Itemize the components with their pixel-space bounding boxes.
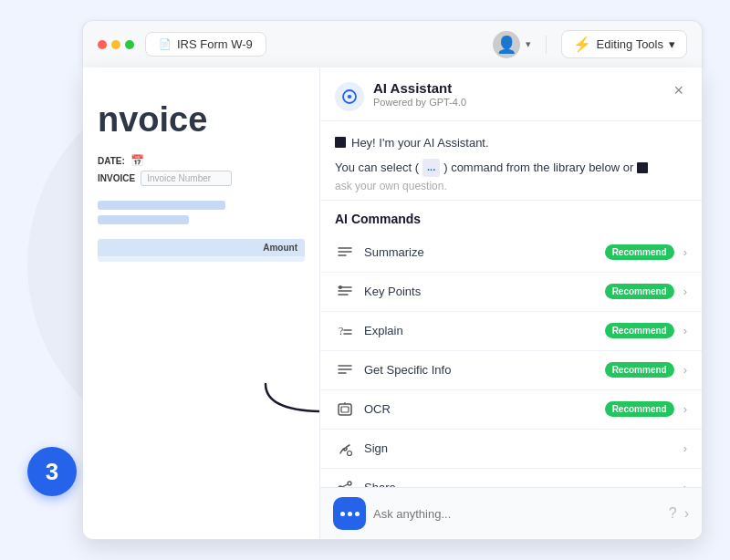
- sign-label: Sign: [364, 441, 674, 455]
- user-area: 👤 ▾: [493, 31, 531, 58]
- message-text-1: Hey! I'm your AI Assistant.: [351, 134, 489, 153]
- dots-button[interactable]: [333, 497, 366, 530]
- arrow-decoration: [256, 375, 320, 430]
- dot-3: [355, 512, 360, 516]
- svg-point-21: [348, 482, 351, 485]
- send-button[interactable]: ›: [684, 505, 689, 522]
- ai-panel: AI Assistant Powered by GPT-4.0 × Hey! I…: [320, 67, 702, 539]
- ai-message-fade: ask your own question.: [335, 180, 687, 192]
- tab-area: 📄 IRS Form W-9: [145, 32, 482, 57]
- message-icon-2: [637, 162, 648, 173]
- main-container: 📄 IRS Form W-9 👤 ▾ ⚡ Editing Tools ▾ nvo…: [82, 20, 703, 540]
- summarize-recommend: Recommend: [605, 244, 674, 260]
- keypoints-recommend: Recommend: [605, 284, 674, 299]
- explain-icon: ?: [335, 321, 355, 341]
- ai-title-block: AI Assistant Powered by GPT-4.0: [373, 80, 466, 108]
- commands-section: AI Commands Summarize Recommend ›: [320, 201, 702, 487]
- message-prefix: You can select (: [335, 159, 419, 178]
- step-number: 3: [46, 458, 58, 486]
- document-panel: nvoice DATE: 📅 INVOICE Invoice Number Am…: [83, 67, 320, 539]
- message-mid: ) command from the library below or: [443, 159, 633, 178]
- svg-point-9: [339, 285, 342, 289]
- explain-label: Explain: [364, 324, 596, 337]
- dot-1: [340, 512, 345, 516]
- invoice-fields: DATE: 📅 INVOICE Invoice Number: [98, 154, 305, 186]
- summarize-label: Summarize: [364, 245, 596, 259]
- editing-tools-label: Editing Tools: [597, 37, 663, 51]
- editing-tools-chevron: ▾: [669, 37, 675, 51]
- svg-point-2: [348, 95, 351, 99]
- ai-message-1: Hey! I'm your AI Assistant.: [335, 134, 687, 153]
- date-label: DATE:: [98, 156, 125, 166]
- getinfo-arrow: ›: [683, 363, 687, 377]
- svg-point-19: [348, 451, 352, 455]
- ocr-arrow: ›: [683, 402, 687, 416]
- ai-message-area: Hey! I'm your AI Assistant. You can sele…: [320, 121, 702, 201]
- invoice-label: INVOICE: [98, 173, 135, 183]
- table-header-row: Amount: [98, 239, 305, 256]
- dot-green: [125, 40, 134, 49]
- share-label: Share: [364, 481, 674, 487]
- svg-rect-17: [341, 407, 349, 412]
- date-field-row: DATE: 📅: [98, 154, 305, 167]
- ai-subtitle: Powered by GPT-4.0: [373, 97, 466, 108]
- invoice-number-input[interactable]: Invoice Number: [141, 171, 232, 186]
- invoice-title: nvoice: [98, 100, 305, 140]
- ask-input[interactable]: [373, 507, 662, 521]
- message-icon-1: [335, 137, 346, 148]
- editing-tools-icon: ⚡: [573, 36, 591, 53]
- command-item-summarize[interactable]: Summarize Recommend ›: [320, 233, 702, 273]
- share-icon: [335, 478, 355, 487]
- ai-message-2: You can select ( ... ) command from the …: [335, 159, 687, 178]
- svg-rect-16: [339, 404, 351, 415]
- ocr-recommend: Recommend: [605, 401, 674, 417]
- help-icon[interactable]: ?: [669, 505, 677, 522]
- amount-col-header: Amount: [263, 243, 297, 253]
- command-item-sign[interactable]: Sign ›: [320, 430, 702, 469]
- explain-recommend: Recommend: [605, 323, 674, 338]
- editing-tools-button[interactable]: ⚡ Editing Tools ▾: [561, 30, 687, 58]
- keypoints-arrow: ›: [683, 285, 687, 298]
- placeholder-bar-2: [98, 215, 189, 224]
- ai-title: AI Assistant: [373, 80, 466, 96]
- command-item-ocr[interactable]: OCR Recommend ›: [320, 390, 702, 430]
- dot-yellow: [111, 40, 120, 49]
- svg-text:?: ?: [339, 325, 343, 337]
- summarize-icon: [335, 243, 355, 263]
- sign-icon: [335, 439, 355, 459]
- keypoints-icon: [335, 282, 355, 302]
- ellipsis-badge: ...: [422, 159, 440, 177]
- explain-arrow: ›: [683, 324, 687, 337]
- tab-label: IRS Form W-9: [177, 37, 253, 51]
- browser-dots: [98, 40, 134, 49]
- placeholder-bar-1: [98, 201, 225, 210]
- getinfo-icon: [335, 360, 355, 380]
- user-chevron[interactable]: ▾: [526, 38, 531, 50]
- document-table: Amount: [98, 239, 305, 262]
- keypoints-label: Key Points: [364, 285, 596, 298]
- command-item-explain[interactable]: ? Explain Recommend ›: [320, 312, 702, 351]
- table-body: [98, 256, 305, 262]
- command-item-getinfo[interactable]: Get Specific Info Recommend ›: [320, 351, 702, 390]
- ai-header-left: AI Assistant Powered by GPT-4.0: [335, 80, 466, 111]
- calendar-icon: 📅: [130, 154, 144, 167]
- command-item-share[interactable]: Share ›: [320, 469, 702, 487]
- share-arrow: ›: [683, 481, 687, 487]
- getinfo-label: Get Specific Info: [364, 363, 596, 377]
- close-button[interactable]: ×: [670, 80, 687, 100]
- divider: [546, 36, 547, 54]
- ocr-icon: [335, 399, 355, 420]
- dot-2: [348, 512, 352, 516]
- sign-arrow: ›: [683, 441, 687, 455]
- browser-chrome: 📄 IRS Form W-9 👤 ▾ ⚡ Editing Tools ▾: [82, 20, 703, 67]
- command-item-keypoints[interactable]: Key Points Recommend ›: [320, 273, 702, 312]
- user-avatar: 👤: [493, 31, 520, 58]
- content-area: nvoice DATE: 📅 INVOICE Invoice Number Am…: [82, 67, 703, 540]
- summarize-arrow: ›: [683, 245, 687, 259]
- browser-tab[interactable]: 📄 IRS Form W-9: [145, 32, 266, 57]
- step-badge: 3: [27, 447, 77, 496]
- ocr-label: OCR: [364, 402, 596, 416]
- ai-input-area: ? ›: [320, 487, 702, 539]
- commands-header: AI Commands: [320, 201, 702, 233]
- invoice-field-row: INVOICE Invoice Number: [98, 171, 305, 186]
